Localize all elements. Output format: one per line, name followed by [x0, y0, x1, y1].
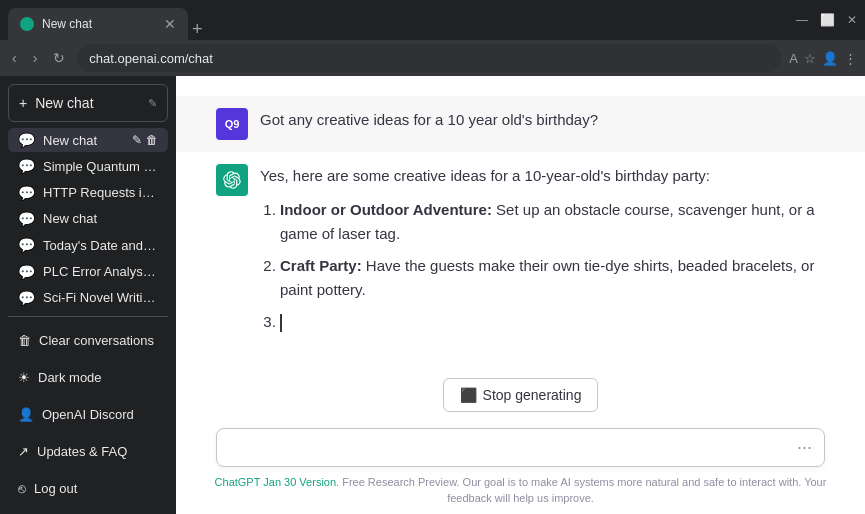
- clear-conversations-label: Clear conversations: [39, 333, 154, 348]
- edit-icon[interactable]: ✎: [132, 133, 142, 147]
- sidebar-item-plc[interactable]: 💬 PLC Error Analysis Table: [8, 259, 168, 283]
- stop-label: Stop generating: [483, 387, 582, 403]
- discord-icon: 👤: [18, 407, 34, 422]
- version-link[interactable]: ChatGPT Jan 30 Version: [215, 476, 336, 488]
- chat-icon-5: 💬: [18, 237, 35, 253]
- sidebar-divider: [8, 316, 168, 317]
- user-avatar: Q9: [216, 108, 248, 140]
- address-bar: ‹ › ↻ A ☆ 👤 ⋮: [0, 40, 865, 76]
- input-box: ···: [216, 428, 825, 467]
- chat-icon-2: 💬: [18, 158, 35, 174]
- list-item-1: Indoor or Outdoor Adventure: Set up an o…: [280, 198, 825, 246]
- logout-icon: ⎋: [18, 481, 26, 496]
- sidebar-item-simple-quantum[interactable]: 💬 Simple Quantum Computin: [8, 154, 168, 178]
- chat-messages: Q9 Got any creative ideas for a 10 year …: [176, 76, 865, 370]
- sidebar-item-label-2: Simple Quantum Computin: [43, 159, 158, 174]
- sidebar-item-label-4: New chat: [43, 211, 158, 226]
- bookmark-icon[interactable]: ☆: [804, 51, 816, 66]
- sidebar-item-label: New chat: [43, 133, 124, 148]
- tab-close-button[interactable]: ✕: [164, 16, 176, 32]
- sidebar-bottom: 🗑 Clear conversations ☀ Dark mode 👤 Open…: [8, 312, 168, 506]
- ai-message-row: Yes, here are some creative ideas for a …: [176, 152, 865, 354]
- window-controls: — ⬜ ✕: [796, 13, 857, 27]
- plus-icon: +: [19, 95, 27, 111]
- list-item-3: [280, 310, 825, 334]
- ai-avatar: [216, 164, 248, 196]
- new-chat-button[interactable]: + New chat ✎: [8, 84, 168, 122]
- sun-icon: ☀: [18, 370, 30, 385]
- ai-message-content: Yes, here are some creative ideas for a …: [260, 164, 825, 342]
- sidebar-item-label-3: HTTP Requests in JavaScrip: [43, 185, 158, 200]
- user-message-row: Q9 Got any creative ideas for a 10 year …: [176, 96, 865, 152]
- sidebar-item-today[interactable]: 💬 Today's Date and Chengdu: [8, 233, 168, 257]
- new-chat-label: New chat: [35, 95, 93, 111]
- stop-generating-button[interactable]: ⬛ Stop generating: [443, 378, 599, 412]
- input-area: ···: [176, 420, 865, 471]
- sidebar-item-active-chat[interactable]: 💬 New chat ✎ 🗑: [8, 128, 168, 152]
- clear-conversations-button[interactable]: 🗑 Clear conversations: [8, 323, 168, 358]
- sidebar-item-label-7: Sci-Fi Novel Writing Reques: [43, 290, 158, 305]
- chat-input[interactable]: [229, 440, 797, 456]
- chat-icon: 💬: [18, 132, 35, 148]
- profile-icon[interactable]: 👤: [822, 51, 838, 66]
- dark-mode-label: Dark mode: [38, 370, 102, 385]
- chat-icon-4: 💬: [18, 211, 35, 227]
- tab-favicon: [20, 17, 34, 31]
- translate-icon[interactable]: A: [789, 51, 798, 66]
- cursor: [280, 314, 282, 332]
- ai-intro: Yes, here are some creative ideas for a …: [260, 164, 825, 188]
- dark-mode-button[interactable]: ☀ Dark mode: [8, 360, 168, 395]
- discord-button[interactable]: 👤 OpenAI Discord: [8, 397, 168, 432]
- discord-label: OpenAI Discord: [42, 407, 134, 422]
- delete-icon[interactable]: 🗑: [146, 133, 158, 147]
- win-maximize[interactable]: ⬜: [820, 13, 835, 27]
- ai-response-list: Indoor or Outdoor Adventure: Set up an o…: [260, 198, 825, 334]
- stop-icon: ⬛: [460, 387, 477, 403]
- sidebar-item-label-6: PLC Error Analysis Table: [43, 264, 158, 279]
- faq-button[interactable]: ↗ Updates & FAQ: [8, 434, 168, 469]
- active-tab[interactable]: New chat ✕: [8, 8, 188, 40]
- chat-icon-3: 💬: [18, 185, 35, 201]
- logout-button[interactable]: ⎋ Log out: [8, 471, 168, 506]
- sidebar-item-actions: ✎ 🗑: [132, 133, 158, 147]
- sidebar-item-label-5: Today's Date and Chengdu: [43, 238, 158, 253]
- trash-icon: 🗑: [18, 333, 31, 348]
- back-button[interactable]: ‹: [8, 48, 21, 68]
- chat-area: Q9 Got any creative ideas for a 10 year …: [176, 76, 865, 514]
- address-input[interactable]: [77, 44, 781, 72]
- forward-button[interactable]: ›: [29, 48, 42, 68]
- chat-icon-7: 💬: [18, 290, 35, 306]
- user-message-content: Got any creative ideas for a 10 year old…: [260, 108, 825, 140]
- sidebar: + New chat ✎ 💬 New chat ✎ 🗑 💬 Simple Qua…: [0, 76, 176, 514]
- footer-note: ChatGPT Jan 30 Version. Free Research Pr…: [176, 471, 865, 514]
- list-item-2: Craft Party: Have the guests make their …: [280, 254, 825, 302]
- sidebar-item-scifi[interactable]: 💬 Sci-Fi Novel Writing Reques: [8, 286, 168, 310]
- browser-chrome: New chat ✕ + — ⬜ ✕: [0, 0, 865, 40]
- faq-label: Updates & FAQ: [37, 444, 127, 459]
- refresh-button[interactable]: ↻: [49, 48, 69, 68]
- tab-title: New chat: [42, 17, 156, 31]
- more-options-icon[interactable]: ···: [797, 437, 812, 458]
- sidebar-item-new-chat-2[interactable]: 💬 New chat: [8, 207, 168, 231]
- tab-bar: New chat ✕ +: [8, 0, 207, 40]
- footer-text: . Free Research Preview. Our goal is to …: [336, 476, 826, 503]
- sidebar-item-http[interactable]: 💬 HTTP Requests in JavaScrip: [8, 181, 168, 205]
- win-close[interactable]: ✕: [847, 13, 857, 27]
- chat-icon-6: 💬: [18, 264, 35, 280]
- menu-icon[interactable]: ⋮: [844, 51, 857, 66]
- external-link-icon: ↗: [18, 444, 29, 459]
- new-tab-button[interactable]: +: [188, 19, 207, 40]
- logout-label: Log out: [34, 481, 77, 496]
- stop-area: ⬛ Stop generating: [176, 370, 865, 420]
- main-layout: + New chat ✎ 💬 New chat ✎ 🗑 💬 Simple Qua…: [0, 76, 865, 514]
- new-chat-shortcut: ✎: [148, 97, 157, 110]
- win-minimize[interactable]: —: [796, 13, 808, 27]
- address-icons: A ☆ 👤 ⋮: [789, 51, 857, 66]
